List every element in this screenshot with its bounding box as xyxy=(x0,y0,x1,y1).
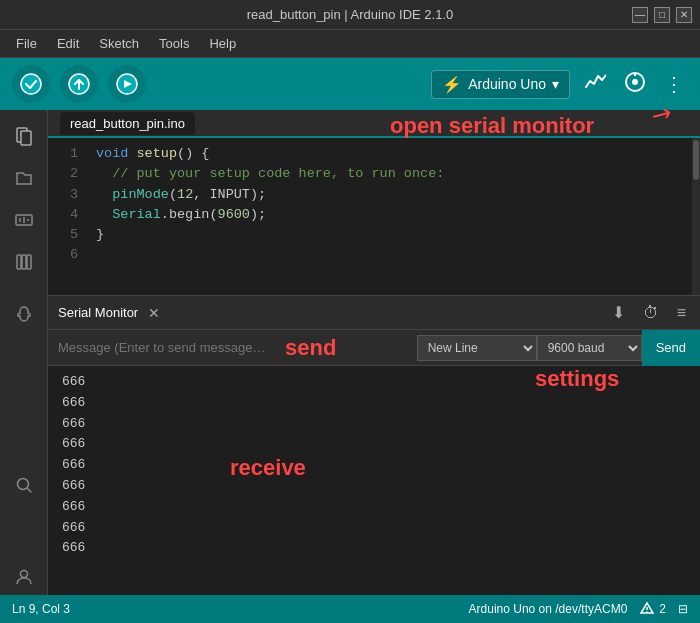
serial-monitor: Serial Monitor ✕ ⬇ ⏱ ≡ New Line No Line … xyxy=(48,295,700,595)
debug-icon xyxy=(116,73,138,95)
status-bar: Ln 9, Col 3 Arduino Uno on /dev/ttyACM0 … xyxy=(0,595,700,623)
serial-monitor-header-right: ⬇ ⏱ ≡ xyxy=(608,301,690,324)
board-dropdown-icon: ▾ xyxy=(552,76,559,92)
verify-button[interactable] xyxy=(12,65,50,103)
title-bar: read_button_pin | Arduino IDE 2.1.0 — □ … xyxy=(0,0,700,30)
editor-tab: read_button_pin.ino xyxy=(48,110,700,138)
menu-bar: File Edit Sketch Tools Help xyxy=(0,30,700,58)
account-icon xyxy=(14,567,34,587)
serial-output-line: 666 xyxy=(62,434,686,455)
status-board: Arduino Uno on /dev/ttyACM0 xyxy=(469,602,628,616)
sidebar-item-boards[interactable] xyxy=(6,202,42,238)
close-button[interactable]: ✕ xyxy=(676,7,692,23)
serial-input-row: New Line No Line Ending Carriage Return … xyxy=(48,330,700,366)
sidebar-item-files[interactable] xyxy=(6,118,42,154)
code-line-4: Serial.begin(9600); xyxy=(96,205,692,225)
notification-badge[interactable]: 2 xyxy=(639,601,666,617)
folder-icon xyxy=(14,168,34,188)
line-num-5: 5 xyxy=(62,225,78,245)
serial-message-input[interactable] xyxy=(48,340,417,355)
menu-sketch[interactable]: Sketch xyxy=(91,34,147,53)
editor-tab-item[interactable]: read_button_pin.ino xyxy=(60,112,195,135)
board-selector[interactable]: ⚡ Arduino Uno ▾ xyxy=(431,70,570,99)
main-area: read_button_pin.ino 1 2 3 4 5 6 void set… xyxy=(0,110,700,595)
status-position: Ln 9, Col 3 xyxy=(12,602,70,616)
serial-output-line: 666 xyxy=(62,476,686,497)
clear-output-icon[interactable]: ≡ xyxy=(673,302,690,324)
boards-icon xyxy=(14,210,34,230)
sidebar xyxy=(0,110,48,595)
minimize-button[interactable]: — xyxy=(632,7,648,23)
sidebar-item-search[interactable] xyxy=(6,160,42,196)
more-icon: ⋮ xyxy=(664,73,684,95)
svg-rect-11 xyxy=(21,131,31,145)
debug-button[interactable] xyxy=(108,65,146,103)
window-controls: — □ ✕ xyxy=(632,7,692,23)
newline-select[interactable]: New Line No Line Ending Carriage Return … xyxy=(417,335,537,361)
serial-output-line: 666 xyxy=(62,518,686,539)
svg-rect-17 xyxy=(22,255,26,269)
sidebar-item-library[interactable] xyxy=(6,244,42,280)
upload-icon xyxy=(68,73,90,95)
debug-sidebar-icon xyxy=(14,304,34,324)
verify-icon xyxy=(20,73,42,95)
svg-point-23 xyxy=(647,611,649,613)
line-num-6: 6 xyxy=(62,245,78,265)
sidebar-item-debug[interactable] xyxy=(6,296,42,332)
signal-icon xyxy=(584,71,606,93)
status-bar-right: Arduino Uno on /dev/ttyACM0 2 ⊟ xyxy=(469,601,688,617)
svg-rect-18 xyxy=(27,255,31,269)
svg-point-0 xyxy=(21,74,41,94)
signal-monitor-button[interactable] xyxy=(580,67,610,102)
menu-tools[interactable]: Tools xyxy=(151,34,197,53)
svg-point-21 xyxy=(20,571,27,578)
title-bar-title: read_button_pin | Arduino IDE 2.1.0 xyxy=(247,7,453,22)
svg-rect-16 xyxy=(17,255,21,269)
code-area: 1 2 3 4 5 6 void setup() { // put your s… xyxy=(48,138,700,272)
serial-output: 666666666666666666666666666 xyxy=(48,366,700,595)
serial-output-line: 666 xyxy=(62,414,686,435)
menu-edit[interactable]: Edit xyxy=(49,34,87,53)
svg-line-20 xyxy=(27,489,31,493)
serial-monitor-open-button[interactable] xyxy=(620,67,650,102)
code-line-2: // put your setup code here, to run once… xyxy=(96,164,692,184)
more-options-button[interactable]: ⋮ xyxy=(660,68,688,100)
sidebar-item-account[interactable] xyxy=(6,559,42,595)
serial-output-line: 666 xyxy=(62,372,686,393)
menu-file[interactable]: File xyxy=(8,34,45,53)
baud-rate-select[interactable]: 300 baud 1200 baud 9600 baud 19200 baud … xyxy=(537,335,642,361)
board-name: Arduino Uno xyxy=(468,76,546,92)
line-num-2: 2 xyxy=(62,164,78,184)
code-editor: read_button_pin.ino 1 2 3 4 5 6 void set… xyxy=(48,110,700,295)
files-icon xyxy=(14,126,34,146)
notification-count: 2 xyxy=(659,602,666,616)
maximize-button[interactable]: □ xyxy=(654,7,670,23)
library-icon xyxy=(14,252,34,272)
send-button[interactable]: Send xyxy=(642,330,700,366)
line-num-1: 1 xyxy=(62,144,78,164)
content-area: read_button_pin.ino 1 2 3 4 5 6 void set… xyxy=(48,110,700,595)
serial-output-line: 666 xyxy=(62,497,686,518)
usb-icon: ⚡ xyxy=(442,75,462,94)
editor-scrollbar[interactable] xyxy=(692,138,700,295)
line-numbers: 1 2 3 4 5 6 xyxy=(48,144,88,266)
timestamp-icon[interactable]: ⏱ xyxy=(639,302,663,324)
sidebar-item-search2[interactable] xyxy=(6,467,42,503)
line-num-4: 4 xyxy=(62,205,78,225)
code-line-5: } xyxy=(96,225,692,245)
serial-monitor-icon xyxy=(624,71,646,93)
code-line-3: pinMode(12, INPUT); xyxy=(96,185,692,205)
menu-help[interactable]: Help xyxy=(201,34,244,53)
serial-monitor-close-button[interactable]: ✕ xyxy=(148,305,160,321)
terminal-icon[interactable]: ⊟ xyxy=(678,602,688,616)
upload-button[interactable] xyxy=(60,65,98,103)
toolbar: ⚡ Arduino Uno ▾ ⋮ xyxy=(0,58,700,110)
serial-output-line: 666 xyxy=(62,538,686,559)
serial-monitor-tab-label[interactable]: Serial Monitor xyxy=(58,305,138,320)
serial-monitor-header: Serial Monitor ✕ ⬇ ⏱ ≡ xyxy=(48,296,700,330)
line-num-3: 3 xyxy=(62,185,78,205)
scroll-down-icon[interactable]: ⬇ xyxy=(608,301,629,324)
code-lines[interactable]: void setup() { // put your setup code he… xyxy=(88,144,700,266)
serial-output-line: 666 xyxy=(62,455,686,476)
notification-icon xyxy=(639,601,655,617)
